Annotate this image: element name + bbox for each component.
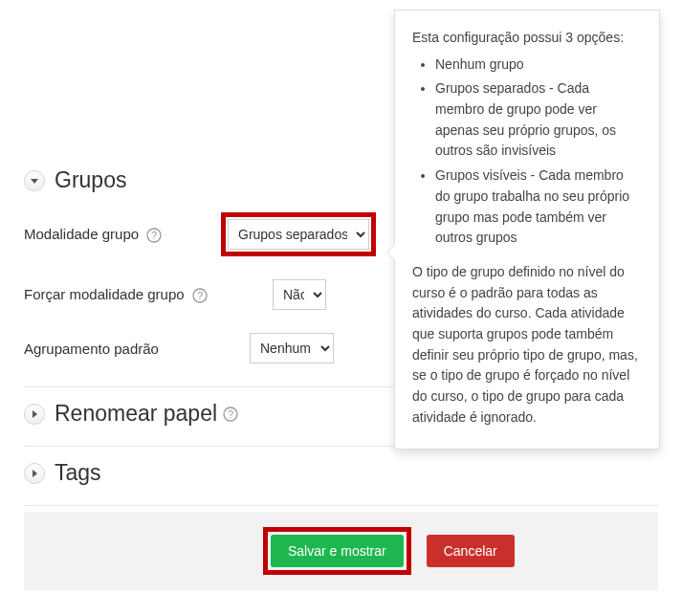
select-agrupamento-padrao[interactable]: Nenhum: [250, 333, 334, 363]
tooltip-option: Grupos separados - Cada membro de grupo …: [435, 78, 642, 162]
help-icon[interactable]: ?: [146, 228, 162, 243]
section-title-tags: Tags: [55, 460, 101, 486]
action-bar: Salvar e mostrar Cancelar: [24, 512, 658, 590]
expand-icon[interactable]: [24, 404, 45, 425]
label-forcar-modalidade: Forçar modalidade grupo: [24, 286, 185, 302]
select-forcar-modalidade[interactable]: Não: [273, 279, 326, 310]
svg-text:?: ?: [151, 230, 157, 241]
label-agrupamento-padrao: Agrupamento padrão: [24, 341, 159, 357]
collapse-icon[interactable]: [24, 170, 45, 191]
select-modalidade-grupo[interactable]: Grupos separados: [228, 219, 369, 250]
highlight-modalidade: Grupos separados: [221, 212, 376, 256]
svg-marker-8: [33, 470, 37, 477]
svg-text:?: ?: [197, 290, 203, 301]
section-header-tags[interactable]: Tags: [24, 460, 658, 486]
svg-text:?: ?: [228, 408, 233, 420]
label-modalidade-grupo: Modalidade grupo: [24, 226, 139, 242]
help-icon[interactable]: ?: [192, 288, 208, 303]
tooltip-options-list: Nenhum grupo Grupos separados - Cada mem…: [435, 55, 642, 249]
cancel-button[interactable]: Cancelar: [427, 535, 515, 567]
tooltip-arrow-icon: [386, 244, 395, 261]
help-icon[interactable]: ?: [223, 407, 238, 422]
tooltip-option: Nenhum grupo: [435, 55, 642, 76]
expand-icon[interactable]: [24, 463, 45, 484]
section-title-grupos: Grupos: [55, 167, 126, 193]
section-title-renomear: Renomear papel: [55, 401, 217, 427]
save-button[interactable]: Salvar e mostrar: [271, 535, 404, 567]
divider: [24, 505, 658, 506]
tooltip-option: Grupos visíveis - Cada membro do grupo t…: [435, 165, 642, 249]
tooltip-paragraph: O tipo de grupo definido no nível do cur…: [412, 262, 642, 429]
highlight-save: Salvar e mostrar: [263, 527, 411, 575]
tooltip-intro: Esta configuração possui 3 opções:: [412, 28, 642, 49]
help-tooltip: Esta configuração possui 3 opções: Nenhu…: [394, 10, 660, 450]
svg-marker-5: [33, 410, 37, 418]
svg-marker-0: [31, 179, 38, 184]
